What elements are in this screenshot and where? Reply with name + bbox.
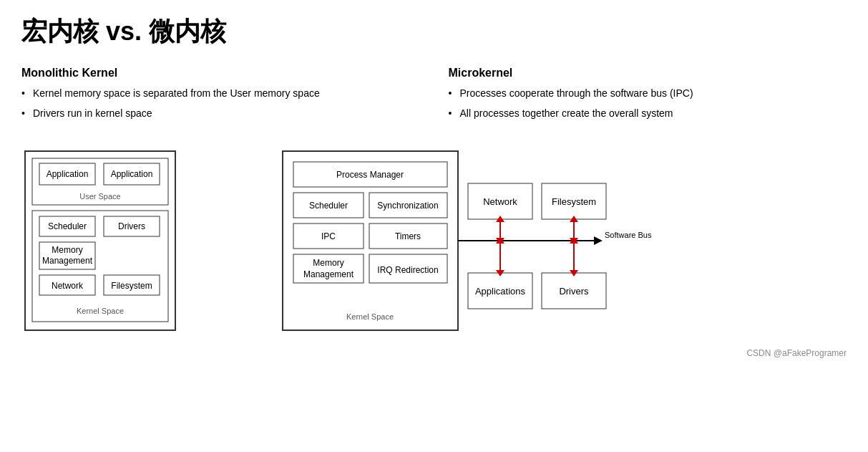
svg-text:Memory: Memory: [52, 245, 82, 255]
monolithic-bullet-2: Drivers run in kernel space: [21, 107, 420, 121]
svg-marker-38: [594, 236, 603, 245]
svg-text:Filesystem: Filesystem: [552, 196, 596, 207]
monolithic-heading: Monolithic Kernel: [21, 67, 420, 80]
svg-text:Management: Management: [42, 256, 93, 266]
monolithic-bullet-1: Kernel memory space is separated from th…: [21, 87, 420, 101]
svg-text:Application: Application: [47, 169, 89, 179]
svg-text:User Space: User Space: [79, 192, 120, 201]
svg-text:Scheduler: Scheduler: [309, 201, 348, 211]
microkernel-diagram: Process Manager Scheduler Synchronizatio…: [279, 148, 680, 334]
microkernel-bullets: Processes cooperate through the software…: [449, 87, 847, 120]
svg-text:Drivers: Drivers: [559, 286, 589, 297]
microkernel-bullet-2: All processes together create the overal…: [449, 107, 847, 121]
svg-text:Kernel Space: Kernel Space: [77, 307, 124, 315]
svg-text:Filesystem: Filesystem: [111, 281, 152, 291]
svg-text:IPC: IPC: [321, 231, 336, 241]
svg-text:Scheduler: Scheduler: [48, 221, 87, 231]
microkernel-bullet-1: Processes cooperate through the software…: [449, 87, 847, 101]
svg-text:Timers: Timers: [395, 231, 421, 241]
svg-text:Application: Application: [111, 169, 153, 179]
monolithic-section: Monolithic Kernel Kernel memory space is…: [21, 67, 420, 126]
svg-text:Network: Network: [483, 196, 517, 207]
svg-text:Process Manager: Process Manager: [336, 170, 404, 180]
page-title: 宏内核 vs. 微内核: [21, 14, 847, 49]
svg-text:Applications: Applications: [475, 286, 526, 297]
svg-text:Management: Management: [303, 269, 354, 279]
svg-text:Network: Network: [52, 281, 84, 291]
svg-text:Synchronization: Synchronization: [377, 201, 438, 211]
footer-credit: CSDN @aFakeProgramer: [21, 348, 847, 358]
diagrams-container: Application Application User Space Sched…: [21, 148, 847, 334]
svg-text:Memory: Memory: [313, 258, 343, 268]
svg-text:Kernel Space: Kernel Space: [346, 312, 394, 321]
svg-text:Drivers: Drivers: [118, 221, 145, 231]
microkernel-section: Microkernel Processes cooperate through …: [449, 67, 847, 126]
monolithic-diagram: Application Application User Space Sched…: [21, 148, 179, 334]
svg-text:IRQ Redirection: IRQ Redirection: [377, 265, 438, 275]
monolithic-bullets: Kernel memory space is separated from th…: [21, 87, 420, 120]
svg-text:Software Bus: Software Bus: [605, 231, 652, 239]
microkernel-heading: Microkernel: [449, 67, 847, 80]
